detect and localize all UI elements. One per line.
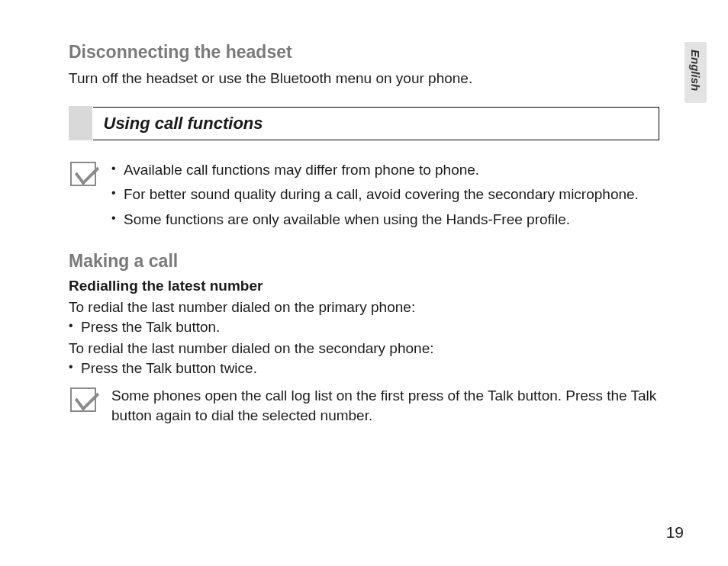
note-item: Some functions are only available when u… [111, 210, 639, 230]
body-text-disconnecting: Turn off the headset or use the Bluetoot… [69, 69, 659, 88]
list-item: Press the Talk button. [69, 319, 659, 336]
note-item: For better sound quality during a call, … [111, 185, 639, 205]
note-block-1: Available call functions may differ from… [69, 160, 659, 235]
list-item: Press the Talk button twice. [69, 360, 659, 377]
note-list-1: Available call functions may differ from… [111, 160, 639, 235]
boxed-heading: Using call functions [69, 107, 659, 140]
note-icon-col [69, 160, 98, 235]
note-icon-col [69, 386, 98, 425]
note-block-2: Some phones open the call log list on th… [69, 386, 659, 425]
para-secondary: To redial the last number dialed on the … [69, 340, 659, 357]
sub-heading-redial: Redialling the latest number [69, 278, 659, 294]
language-tab: English [685, 42, 707, 103]
boxed-heading-title: Using call functions [93, 108, 274, 140]
section-heading-disconnecting: Disconnecting the headset [69, 42, 659, 63]
bullet-list-secondary: Press the Talk button twice. [69, 360, 659, 377]
gray-block [69, 106, 93, 140]
note-text-2: Some phones open the call log list on th… [111, 386, 659, 425]
note-item: Available call functions may differ from… [111, 160, 639, 181]
checkmark-icon [70, 162, 96, 186]
page-number: 19 [666, 523, 684, 542]
checkmark-icon [70, 388, 96, 412]
para-primary: To redial the last number dialed on the … [69, 299, 659, 316]
bullet-list-primary: Press the Talk button. [69, 319, 659, 336]
section-heading-making-call: Making a call [69, 251, 659, 272]
